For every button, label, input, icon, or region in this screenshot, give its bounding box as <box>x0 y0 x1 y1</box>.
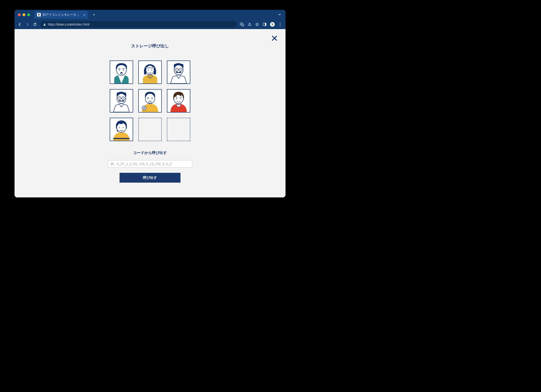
svg-point-13 <box>123 69 124 70</box>
svg-point-16 <box>150 76 151 77</box>
side-panel-icon[interactable] <box>263 22 267 26</box>
tab-title: 顔アイコンジェネレーターZ | 人 <box>43 13 81 17</box>
svg-point-29 <box>180 69 181 70</box>
url-path: /index.html <box>74 22 89 26</box>
svg-point-22 <box>174 65 183 75</box>
lock-icon <box>43 23 46 26</box>
menu-dots-icon[interactable] <box>278 22 282 26</box>
toolbar-actions: 文A X <box>240 22 282 27</box>
avatar-slot-6[interactable] <box>167 89 190 113</box>
svg-point-9 <box>280 24 280 25</box>
avatar-slot-4[interactable] <box>110 89 133 113</box>
svg-point-44 <box>176 99 177 99</box>
minimize-window-button[interactable] <box>22 13 25 16</box>
svg-point-31 <box>117 92 119 95</box>
avatar-slot-3[interactable] <box>167 61 190 84</box>
bookmark-star-icon[interactable] <box>255 22 259 26</box>
svg-point-24 <box>181 64 183 66</box>
code-section-title: コードから呼び出す <box>133 151 167 156</box>
url-protocol: https:// <box>48 22 58 26</box>
svg-point-32 <box>124 92 126 95</box>
svg-point-49 <box>123 127 124 128</box>
svg-rect-1 <box>44 24 46 26</box>
url-text: https://icon-z.com/index.html <box>48 22 89 26</box>
titlebar: 顔アイコンジェネレーターZ | 人 × + <box>15 10 286 20</box>
close-window-button[interactable] <box>18 13 21 16</box>
svg-point-42 <box>149 101 151 103</box>
svg-point-30 <box>117 94 126 103</box>
svg-point-14 <box>120 72 123 75</box>
svg-point-37 <box>123 98 124 99</box>
svg-rect-19 <box>146 67 155 68</box>
avatar-slot-7[interactable] <box>110 118 133 141</box>
panel-title: ストレージ呼び出し <box>131 43 169 49</box>
profile-avatar[interactable]: X <box>270 22 275 27</box>
svg-point-40 <box>148 99 148 99</box>
avatar-grid <box>110 61 190 141</box>
avatar-slot-5[interactable] <box>138 89 162 113</box>
url-bar[interactable]: https://icon-z.com/index.html <box>40 21 237 28</box>
svg-point-48 <box>119 127 120 128</box>
page-content: ストレージ呼び出し <box>15 29 286 197</box>
storage-panel: ストレージ呼び出し <box>15 29 286 183</box>
avatar-slot-2[interactable] <box>138 61 162 84</box>
share-icon[interactable] <box>248 22 252 26</box>
url-domain: icon-z.com <box>58 22 74 26</box>
svg-point-23 <box>174 64 176 66</box>
browser-tab[interactable]: 顔アイコンジェネレーターZ | 人 × <box>34 11 88 19</box>
svg-rect-46 <box>113 138 129 139</box>
svg-point-17 <box>150 78 151 78</box>
maximize-window-button[interactable] <box>27 13 30 16</box>
svg-point-21 <box>151 70 152 70</box>
avatar-slot-9-empty <box>167 118 190 141</box>
back-button[interactable] <box>18 22 22 26</box>
svg-point-28 <box>176 69 177 70</box>
window-controls <box>18 13 30 16</box>
favicon-icon <box>37 13 41 17</box>
tabs-dropdown-icon[interactable] <box>278 13 281 17</box>
svg-rect-7 <box>265 23 266 26</box>
svg-point-0 <box>38 14 40 15</box>
svg-point-41 <box>152 99 152 99</box>
avatar-slot-8-empty <box>138 118 162 141</box>
close-tab-icon[interactable]: × <box>83 13 85 17</box>
code-input[interactable] <box>108 160 192 168</box>
avatar-slot-1[interactable] <box>110 61 133 84</box>
call-button[interactable]: 呼び出す <box>120 173 181 183</box>
close-modal-button[interactable] <box>271 35 277 42</box>
reload-button[interactable] <box>33 22 37 26</box>
svg-point-10 <box>280 25 280 26</box>
toolbar: https://icon-z.com/index.html 文A X <box>15 20 286 29</box>
new-tab-button[interactable]: + <box>91 12 97 17</box>
svg-rect-15 <box>121 73 122 74</box>
svg-point-12 <box>119 69 120 70</box>
translate-icon[interactable]: 文A <box>240 22 244 26</box>
svg-point-20 <box>148 70 149 70</box>
browser-window: 顔アイコンジェネレーターZ | 人 × + https://icon-z.com… <box>15 10 286 197</box>
svg-point-36 <box>119 98 120 99</box>
forward-button[interactable] <box>25 22 30 26</box>
svg-point-45 <box>180 99 181 99</box>
svg-text:文: 文 <box>241 23 242 24</box>
svg-point-8 <box>280 22 280 23</box>
